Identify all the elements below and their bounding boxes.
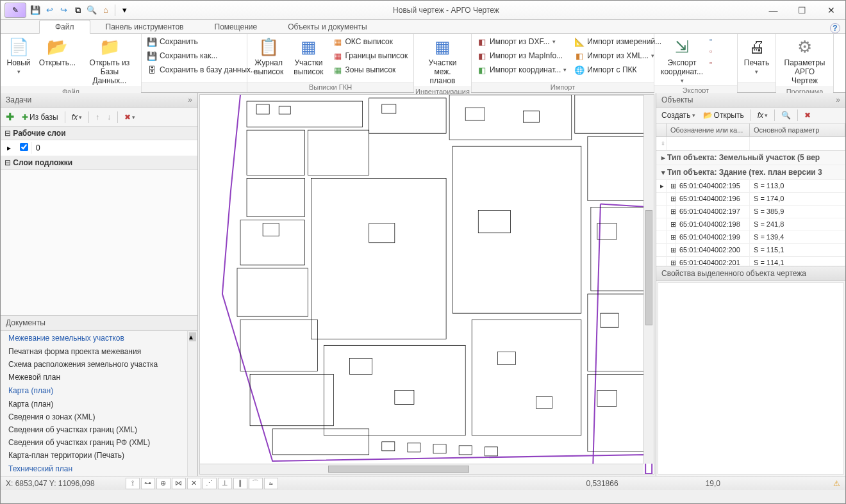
import-dxf-button[interactable]: ◧Импорт из DXF... [474,35,569,48]
object-row[interactable]: ⊞65:01:0404002:200S = 115,1 [656,244,845,257]
open-button[interactable]: 📂Открыть... [37,35,78,69]
backdrop-layers-section[interactable]: ⊟ Слои подложки [1,156,197,170]
import-coords-button[interactable]: ◧Импорт координат... [474,63,569,76]
snap-parallel-icon[interactable]: ∥ [233,478,247,489]
save-button[interactable]: 💾Сохранить [144,35,260,48]
snap-endpoint-icon[interactable]: ⟟ [126,478,140,489]
canvas-horizontal-scrollbar[interactable] [200,464,643,474]
import-xml-button[interactable]: ◧Импорт из XML... [572,49,664,62]
tab-file[interactable]: Файл [39,20,90,34]
doc-item[interactable]: Сведения об участках границ РФ (XML) [1,436,197,449]
doc-category[interactable]: Технический план [1,462,197,476]
object-row[interactable]: ⊞65:01:0404002:197S = 385,9 [656,206,845,218]
home-icon[interactable]: ⌂ [101,5,111,15]
status-warning-icon[interactable]: ⚠ [833,479,840,488]
objects-filter-row[interactable]: ♀ [656,137,845,150]
journal-button[interactable]: 📋Журнал выписок [250,35,287,77]
object-row[interactable]: ⊞65:01:0404002:198S = 241,8 [656,218,845,231]
program-settings-button[interactable]: ⚙Параметры АРГО Чертеж [779,35,831,86]
down-button[interactable]: ↓ [104,111,113,123]
expand-icon[interactable]: » [188,95,192,104]
save-to-db-button[interactable]: 🗄Сохранить в базу данных... [144,63,260,76]
snap-intersection-icon[interactable]: ✕ [187,478,201,489]
objects-panel-header[interactable]: Объекты» [656,93,845,108]
redo-icon[interactable]: ↪ [58,5,69,15]
object-group[interactable]: ▸ Тип объекта: Земельный участок (5 вер [656,150,845,165]
maximize-button[interactable]: ☐ [788,1,817,20]
open-from-db-button[interactable]: 📁Открыть из Базы Данных... [81,35,138,86]
object-row[interactable]: ⊞65:01:0404002:201S = 114,1 [656,257,845,266]
qat-more-icon[interactable]: ▾ [119,5,129,15]
export-opt1-icon[interactable]: ▫ [709,35,712,44]
work-layers-section[interactable]: ⊟ Рабочие слои [1,127,197,140]
layer-visible-checkbox[interactable] [20,143,28,151]
object-row[interactable]: ⊞65:01:0404002:196S = 174,0 [656,193,845,206]
import-mapinfo-button[interactable]: ◧Импорт из MapInfo... [474,49,569,62]
docs-scrollbar[interactable]: ▴ [187,331,197,476]
find-icon[interactable]: 🔍 [87,5,97,15]
doc-category[interactable]: Межевание земельных участков [1,331,197,345]
minimize-button[interactable]: — [759,1,788,20]
canvas-vertical-scrollbar[interactable] [643,95,654,464]
col-designation[interactable]: Обозначение или ка... [667,124,750,136]
doc-item[interactable]: Схема расположения земельного участка [1,358,197,371]
undo-icon[interactable]: ↩ [44,5,54,15]
tab-toolbar[interactable]: Панель инструментов [90,20,199,33]
object-row[interactable]: ▸⊞65:01:0404002:195S = 113,0 [656,180,845,193]
layer-row[interactable]: ▸ 0 [1,140,197,156]
fx-button[interactable]: fx [69,111,85,123]
doc-item[interactable]: Карта-план территории (Печать) [1,449,197,462]
snap-midpoint-icon[interactable]: ⊶ [141,478,155,489]
documents-panel-header[interactable]: Документы [1,315,197,330]
expand-icon[interactable]: » [836,95,840,104]
snap-center-icon[interactable]: ⊕ [156,478,170,489]
drawing-canvas[interactable] [199,94,654,475]
save-as-button[interactable]: 💾Сохранить как... [144,49,260,62]
doc-item[interactable]: Сведения об участках границ (XML) [1,423,197,436]
object-group[interactable]: ▾ Тип объекта: Здание (тех. план версии … [656,165,845,180]
borders-extracts-button[interactable]: ▦Границы выписок [330,49,411,62]
import-pkk-button[interactable]: 🌐Импорт с ПКК [572,63,664,76]
snap-node-icon[interactable]: ⋈ [172,478,186,489]
snap-nearest-icon[interactable]: ≈ [264,478,278,489]
export-coords-button[interactable]: ⇲Экспорт координат... [657,35,707,85]
extract-plots-button[interactable]: ▦Участки выписок [290,35,327,77]
new-button[interactable]: 📄Новый [3,35,34,76]
properties-panel-header[interactable]: Свойства выделенного объекта чертежа [656,266,845,281]
col-main-param[interactable]: Основной параметр [750,124,845,136]
snap-perpendicular-icon[interactable]: ⊥ [218,478,232,489]
delete-button[interactable]: ✖ [122,111,138,123]
save-icon[interactable]: 💾 [30,5,40,15]
doc-category[interactable]: Карта (план) [1,384,197,398]
export-opt2-icon[interactable]: ▫ [709,47,712,56]
doc-item[interactable]: Карта (план) [1,398,197,411]
find-object-icon[interactable]: 🔍 [779,110,793,121]
app-icon[interactable]: ✎ [4,3,26,18]
doc-item[interactable]: Печатная форма проекта межевания [1,345,197,358]
create-object-button[interactable]: Создать [659,110,698,121]
tab-objects[interactable]: Объекты и документы [272,20,382,33]
close-button[interactable]: ✕ [817,1,845,20]
export-opt3-icon[interactable]: ▫ [709,58,712,67]
doc-item[interactable]: Сведения о зонах (XML) [1,411,197,423]
doc-item[interactable]: Технический план здания [1,476,197,476]
fx-button[interactable]: fx [755,110,770,121]
copy-icon[interactable]: ⧉ [72,5,83,15]
snap-extension-icon[interactable]: ⋰ [203,478,217,489]
inventory-plots-button[interactable]: ▦Участки меж. планов [417,35,469,86]
tab-room[interactable]: Помещение [199,20,273,33]
snap-tangent-icon[interactable]: ⌒ [249,478,263,489]
open-object-button[interactable]: 📂Открыть [701,110,747,121]
print-button[interactable]: 🖨Печать [740,35,773,76]
object-row[interactable]: ⊞65:01:0404002:199S = 139,4 [656,231,845,244]
up-button[interactable]: ↑ [93,111,102,123]
oks-extracts-button[interactable]: ▦ОКС выписок [330,35,411,48]
delete-object-button[interactable]: ✖ [802,110,813,121]
tasks-panel-header[interactable]: Задачи» [1,93,197,108]
from-db-button[interactable]: ✚Из базы [19,111,61,123]
import-measurements-button[interactable]: 📐Импорт измерений... [572,35,664,48]
doc-item[interactable]: Межевой план [1,371,197,384]
add-button[interactable]: ✚ [3,110,17,124]
help-icon[interactable]: ? [830,23,840,33]
zones-extracts-button[interactable]: ▦Зоны выписок [330,63,411,76]
